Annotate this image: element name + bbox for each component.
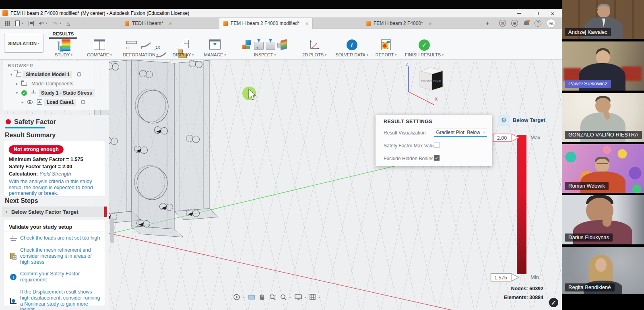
tab-fem-h-beam-modified[interactable]: FEM H beam 2 F4000 modified* ×: [219, 18, 313, 29]
user-avatar[interactable]: PS: [547, 19, 555, 28]
study-report-icon[interactable]: [58, 42, 59, 50]
grid-settings-icon[interactable]: [309, 293, 316, 301]
report-icon[interactable]: [381, 39, 391, 50]
participant-tile[interactable]: Roman Wdowik: [562, 144, 644, 193]
activate-radio[interactable]: [81, 100, 85, 104]
inspect-results-icon[interactable]: [242, 39, 252, 50]
min-safety-factor: Minimum Safety Factor = 1.575: [9, 157, 100, 163]
orbit-icon[interactable]: [233, 293, 241, 301]
activate-radio[interactable]: [77, 72, 81, 76]
fit-dropdown-icon[interactable]: ▾: [289, 296, 291, 299]
next-step-item[interactable]: If the Displacement result shows high di…: [4, 286, 105, 310]
next-step-item[interactable]: ↓ Check the loads are not set too high: [4, 231, 105, 244]
legend-max-tag[interactable]: 2.00: [493, 133, 520, 143]
next-step-item[interactable]: i Confirm your Safety Factor requirement: [4, 268, 105, 286]
tab-close-icon[interactable]: ×: [305, 21, 308, 27]
compare-icon[interactable]: [94, 39, 105, 50]
tab-close-icon[interactable]: ×: [169, 21, 172, 27]
undo-icon[interactable]: ↶: [39, 21, 44, 27]
tab-close-icon[interactable]: ×: [429, 21, 432, 27]
apps-grid-icon[interactable]: [5, 21, 10, 26]
participant-tile[interactable]: GONZALO VALIÑO RIESTRA: [562, 93, 644, 142]
notifications-bell-icon[interactable]: [524, 21, 529, 25]
chevron-down-icon[interactable]: ▾: [14, 91, 19, 95]
undo-dropdown-icon[interactable]: ▾: [46, 22, 47, 25]
save-icon[interactable]: [29, 21, 34, 26]
maximize-button[interactable]: [530, 9, 543, 18]
ribbon-group-inspect[interactable]: xyz INSPECT▾: [234, 29, 295, 60]
deformation-actual-icon[interactable]: 0: [126, 39, 138, 50]
visualization-dropdown[interactable]: Gradient Plot: Below ▾: [434, 128, 487, 137]
visibility-eye-icon[interactable]: [27, 100, 33, 104]
ribbon-group-manage[interactable]: MANAGE▾: [202, 29, 228, 60]
ribbon-group-deformation[interactable]: 0 1 1X DEFORMATION▾: [117, 29, 164, 60]
tree-item-study-1[interactable]: ▾ ✓ Study 1 - Static Stress: [3, 88, 109, 97]
display-wireframe-icon[interactable]: [180, 39, 190, 50]
display-settings-icon[interactable]: [294, 293, 302, 301]
meeting-controls-button[interactable]: [549, 298, 558, 307]
ribbon-group-report[interactable]: REPORT▾: [374, 29, 398, 60]
legend-min-tag[interactable]: 1.575: [490, 273, 520, 282]
ribbon-group-compare[interactable]: COMPARE▾: [85, 29, 114, 60]
deformation-adjusted-icon[interactable]: 1: [140, 39, 153, 50]
help-icon[interactable]: ?: [535, 20, 541, 27]
chevron-right-icon[interactable]: ▸: [14, 82, 19, 86]
legend-color-bar[interactable]: [517, 135, 526, 274]
inspect-slice-plane-icon[interactable]: [277, 39, 289, 50]
grid-dropdown-icon[interactable]: ▾: [319, 296, 320, 299]
redo-icon: ↷: [53, 21, 58, 27]
manage-icon[interactable]: [209, 39, 221, 50]
chevron-right-icon[interactable]: ▸: [20, 100, 25, 104]
tree-item-load-case[interactable]: ▸ Load Case1: [3, 97, 109, 107]
2d-plots-icon[interactable]: [308, 39, 320, 51]
look-at-icon[interactable]: [248, 294, 255, 300]
ribbon-group-solver-data[interactable]: i SOLVER DATA▾: [333, 29, 370, 60]
display-dropdown-icon[interactable]: ▾: [305, 296, 306, 299]
job-status-icon[interactable]: ◷: [499, 20, 506, 27]
new-file-icon[interactable]: [15, 21, 20, 26]
legend-settings-gear-icon[interactable]: ⚙: [498, 115, 510, 126]
study-solved-check-icon: ✓: [21, 90, 27, 96]
study-legend-icon[interactable]: [62, 39, 70, 51]
extensions-icon[interactable]: ◉: [511, 20, 518, 27]
file-dropdown-icon[interactable]: ▾: [22, 22, 23, 25]
participant-tile[interactable]: Darius Eidukynas: [562, 195, 644, 244]
ribbon-group-study[interactable]: STUDY▾: [46, 29, 81, 60]
solver-data-info-icon[interactable]: i: [347, 39, 357, 50]
home-icon[interactable]: ⌂: [66, 21, 70, 27]
participant-tile[interactable]: Paweł Sułkowicz: [562, 41, 644, 91]
viewcube-right-label[interactable]: RIGHT: [433, 79, 443, 83]
ribbon-group-2d-plots[interactable]: 2D PLOTS▾: [300, 29, 328, 60]
workspace-selector[interactable]: SIMULATION▾: [4, 34, 43, 53]
participant-tile[interactable]: Regita Bendikienė: [562, 247, 644, 294]
hidden-bodies-checkbox[interactable]: ✓: [434, 155, 440, 161]
new-tab-icon[interactable]: +: [485, 20, 490, 27]
close-button[interactable]: ×: [546, 9, 559, 18]
chevron-down-icon[interactable]: ▾: [9, 72, 14, 76]
minimize-button[interactable]: [512, 9, 526, 18]
participant-tile[interactable]: Andrzej Kawalec: [562, 0, 644, 39]
ribbon-group-display[interactable]: DISPLAY▾: [167, 29, 199, 60]
ribbon-group-finish-results[interactable]: ✓ FINISH RESULTS▾: [402, 29, 446, 60]
zoom-icon[interactable]: ±: [269, 293, 277, 301]
tree-item-model-components[interactable]: ▸ Model Components: [3, 79, 109, 88]
tab-tedi-h-beam[interactable]: TEDI H beam* ×: [121, 18, 176, 29]
h-beam-model[interactable]: [95, 60, 219, 237]
participant-video: [597, 6, 610, 18]
fit-icon[interactable]: [280, 293, 287, 301]
tab-fem-h-beam[interactable]: FEM H beam 2 F4000* ×: [362, 18, 436, 29]
below-target-group-header[interactable]: ▾ Below Safety Factor Target: [2, 207, 107, 217]
max-value-checkbox[interactable]: [434, 142, 440, 148]
panel-scrollbar-thumb[interactable]: [110, 218, 114, 243]
view-cube[interactable]: Z X FRONT RIGHT: [406, 62, 443, 105]
inspect-probe-xyz-icon[interactable]: xyz: [254, 42, 264, 50]
pan-hand-icon[interactable]: [258, 293, 266, 301]
finish-results-check-icon[interactable]: ✓: [419, 39, 430, 51]
orbit-dropdown-icon[interactable]: ▾: [243, 296, 245, 299]
status-badge: Not strong enough: [9, 145, 64, 154]
next-step-item[interactable]: Check the mesh refinement and consider i…: [4, 244, 105, 268]
fusion-window: FEM H beam 2 F4000 modified* (My center)…: [0, 0, 562, 310]
inspect-probe-icon[interactable]: [266, 42, 275, 50]
tree-item-simulation-model[interactable]: ▾ Simulation Model 1: [3, 70, 109, 79]
viewcube-front-label[interactable]: FRONT: [421, 79, 432, 83]
